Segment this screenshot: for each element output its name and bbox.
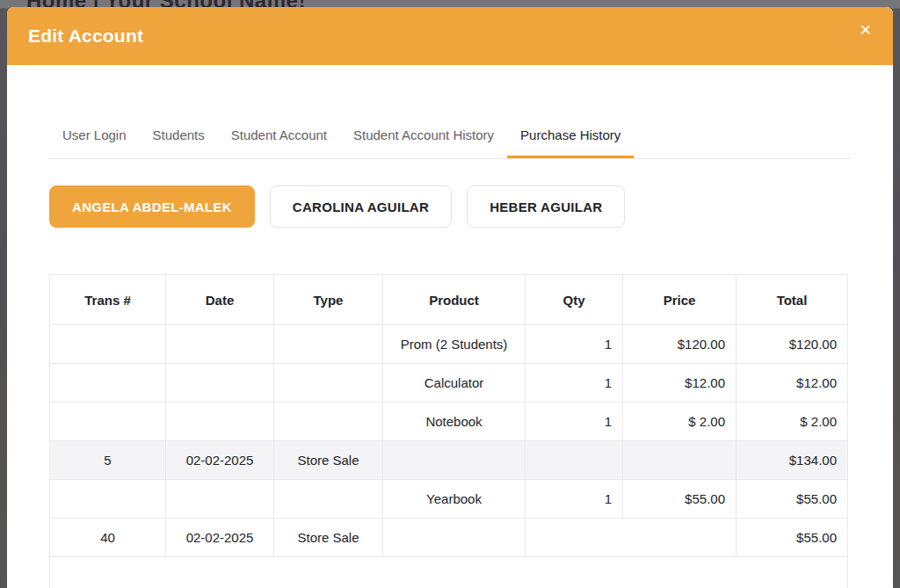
cell-qty: 1 — [526, 480, 623, 519]
table-filler-cell — [50, 557, 848, 588]
cell-total: $120.00 — [737, 325, 848, 364]
cell-total: $ 2.00 — [737, 403, 848, 441]
table-header-row: Trans #DateTypeProductQtyPriceTotal — [50, 275, 848, 325]
cell-trans: 5 — [50, 441, 166, 480]
table-filler-row — [50, 557, 848, 588]
edit-account-modal: Edit Account ✕ User LoginStudentsStudent… — [7, 7, 893, 588]
column-header-trans: Trans # — [50, 275, 166, 325]
cell-type — [274, 480, 383, 519]
tab-students[interactable]: Students — [140, 120, 218, 158]
student-button-angela-abdel-malek[interactable]: ANGELA ABDEL-MALEK — [49, 185, 255, 228]
cell-price: $55.00 — [623, 480, 737, 519]
cell-price — [623, 441, 737, 480]
table-body: Prom (2 Students)1$120.00$120.00Calculat… — [50, 325, 848, 588]
table-row: 4002-02-2025Store Sale$55.00 — [50, 519, 848, 557]
column-header-price: Price — [623, 275, 737, 325]
cell-date — [166, 480, 274, 519]
table-row: Notebook1$ 2.00$ 2.00 — [50, 403, 848, 441]
cell-trans: 40 — [50, 519, 166, 557]
table-row: Yearbook1$55.00$55.00 — [50, 480, 848, 519]
cell-date — [166, 364, 274, 403]
cell-price: $ 2.00 — [623, 403, 737, 441]
cell-trans — [50, 325, 166, 364]
modal-title: Edit Account — [28, 25, 143, 47]
cell-date: 02-02-2025 — [166, 441, 274, 480]
cell-type: Store Sale — [274, 519, 383, 557]
tab-purchase-history[interactable]: Purchase History — [507, 120, 634, 158]
cell-date: 02-02-2025 — [166, 519, 274, 557]
cell-date — [166, 403, 274, 441]
column-header-date: Date — [166, 275, 274, 325]
cell-total: $134.00 — [737, 441, 848, 480]
cell-product — [383, 519, 526, 557]
cell-product: Notebook — [383, 403, 526, 441]
tab-user-login[interactable]: User Login — [49, 120, 140, 158]
student-button-heber-aguilar[interactable]: HEBER AGUILAR — [467, 185, 625, 228]
purchase-history-table: Trans #DateTypeProductQtyPriceTotal Prom… — [49, 274, 848, 588]
column-header-total: Total — [737, 275, 848, 325]
cell-qty: 1 — [526, 325, 623, 364]
cell-total: $55.00 — [737, 519, 848, 557]
cell-total: $12.00 — [737, 364, 848, 403]
tab-student-account[interactable]: Student Account — [218, 120, 340, 158]
cell-total: $55.00 — [737, 480, 848, 519]
cell-qty: 1 — [526, 364, 623, 403]
modal-header: Edit Account ✕ — [7, 7, 893, 65]
cell-product: Yearbook — [383, 480, 526, 519]
column-header-product: Product — [383, 275, 526, 325]
student-button-group: ANGELA ABDEL-MALEKCAROLINA AGUILARHEBER … — [49, 185, 851, 228]
cell-type — [274, 364, 383, 403]
table-row: Prom (2 Students)1$120.00$120.00 — [50, 325, 848, 364]
cell-qty: 1 — [526, 403, 623, 441]
table-row: 502-02-2025Store Sale$134.00 — [50, 441, 848, 480]
cell-trans — [50, 480, 166, 519]
cell-type — [274, 403, 383, 441]
cell-price: $12.00 — [623, 364, 737, 403]
cell-product — [383, 441, 526, 480]
modal-body: User LoginStudentsStudent AccountStudent… — [7, 65, 893, 588]
cell-product: Calculator — [383, 364, 526, 403]
cell-trans — [50, 364, 166, 403]
student-button-carolina-aguilar[interactable]: CAROLINA AGUILAR — [270, 185, 452, 228]
column-header-qty: Qty — [526, 275, 623, 325]
column-header-type: Type — [274, 275, 383, 325]
cell-date — [166, 325, 274, 364]
cell-product: Prom (2 Students) — [383, 325, 526, 364]
tab-student-account-history[interactable]: Student Account History — [340, 120, 507, 158]
cell-type — [274, 325, 383, 364]
cell-qty-price-merged — [526, 519, 737, 557]
table-row: Calculator1$12.00$12.00 — [50, 364, 848, 403]
cell-type: Store Sale — [274, 441, 383, 480]
close-icon[interactable]: ✕ — [856, 19, 875, 41]
cell-trans — [50, 403, 166, 441]
cell-qty — [526, 441, 623, 480]
tab-list: User LoginStudentsStudent AccountStudent… — [49, 120, 851, 159]
cell-price: $120.00 — [623, 325, 737, 364]
